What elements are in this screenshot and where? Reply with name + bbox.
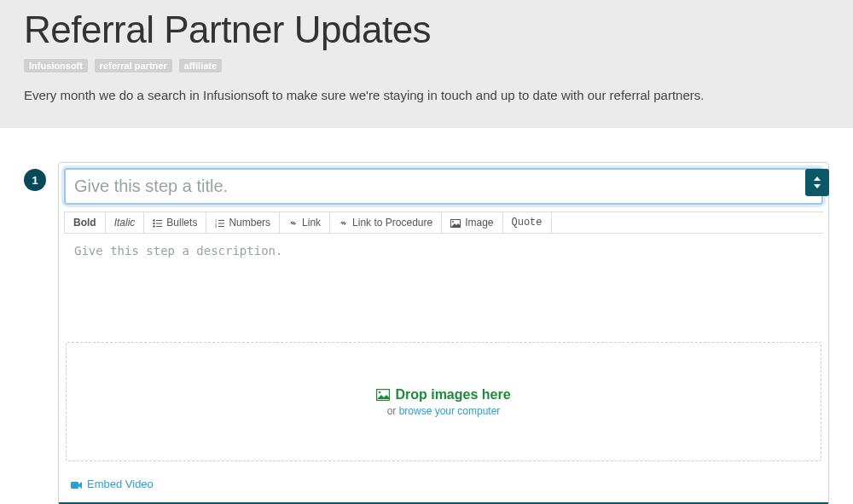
- bullets-button[interactable]: Bullets: [144, 212, 206, 233]
- list-icon: [153, 217, 162, 229]
- quote-button[interactable]: Quote: [503, 212, 552, 233]
- svg-point-13: [452, 221, 454, 223]
- image-button[interactable]: Image: [442, 212, 502, 233]
- svg-rect-7: [218, 220, 224, 221]
- svg-rect-1: [156, 220, 162, 221]
- bullets-label: Bullets: [166, 217, 197, 229]
- svg-rect-9: [218, 223, 224, 223]
- step-editor: 1 Bold Italic Bullets 123 Numbers Link: [0, 128, 853, 504]
- reorder-handle[interactable]: [805, 169, 829, 196]
- page-header: Referral Partner Updates Infusionsoft re…: [0, 0, 853, 128]
- svg-point-2: [154, 223, 155, 224]
- tag[interactable]: Infusionsoft: [24, 59, 88, 72]
- link-procedure-button[interactable]: Link to Procedure: [330, 212, 442, 233]
- svg-rect-11: [218, 226, 224, 227]
- procedure-label: Link to Procedure: [352, 217, 432, 229]
- embed-video-link[interactable]: Embed Video: [71, 478, 154, 490]
- formatting-toolbar: Bold Italic Bullets 123 Numbers Link Lin…: [64, 211, 823, 234]
- dropzone-or: or: [387, 405, 399, 417]
- step-number-badge: 1: [24, 169, 46, 191]
- link-icon: [339, 217, 348, 229]
- svg-rect-16: [71, 482, 78, 489]
- video-camera-icon: [71, 478, 83, 490]
- page-description: Every month we do a search in Infusionso…: [24, 88, 829, 102]
- tag[interactable]: referral partner: [95, 59, 172, 72]
- step-description-input[interactable]: [64, 235, 823, 329]
- numbers-button[interactable]: 123 Numbers: [206, 212, 280, 233]
- dropzone-main-text: Drop images here: [395, 387, 510, 403]
- page-title: Referral Partner Updates: [24, 9, 829, 51]
- image-label: Image: [465, 217, 493, 229]
- ordered-list-icon: 123: [215, 217, 224, 229]
- dropzone-title: Drop images here: [376, 387, 510, 403]
- link-button[interactable]: Link: [280, 212, 330, 233]
- svg-point-0: [154, 219, 155, 221]
- tag[interactable]: affiliate: [179, 59, 223, 72]
- browse-link[interactable]: browse your computer: [399, 405, 501, 417]
- link-icon: [288, 217, 298, 229]
- bold-button[interactable]: Bold: [64, 212, 106, 233]
- tag-list: Infusionsoft referral partner affiliate: [24, 58, 829, 72]
- italic-button[interactable]: Italic: [106, 212, 145, 233]
- dropzone-subtext: or browse your computer: [387, 405, 501, 417]
- svg-text:3: 3: [215, 224, 218, 228]
- embed-video-label: Embed Video: [87, 478, 154, 490]
- step-title-input[interactable]: [64, 168, 823, 205]
- image-dropzone[interactable]: Drop images here or browse your computer: [66, 342, 821, 461]
- svg-point-4: [154, 225, 155, 227]
- svg-point-15: [379, 391, 381, 394]
- svg-rect-3: [156, 223, 162, 223]
- image-icon: [376, 387, 390, 403]
- numbers-label: Numbers: [229, 217, 270, 229]
- svg-rect-5: [156, 226, 162, 227]
- image-icon: [450, 217, 461, 229]
- link-label: Link: [302, 217, 321, 229]
- step-card: Bold Italic Bullets 123 Numbers Link Lin…: [58, 162, 829, 504]
